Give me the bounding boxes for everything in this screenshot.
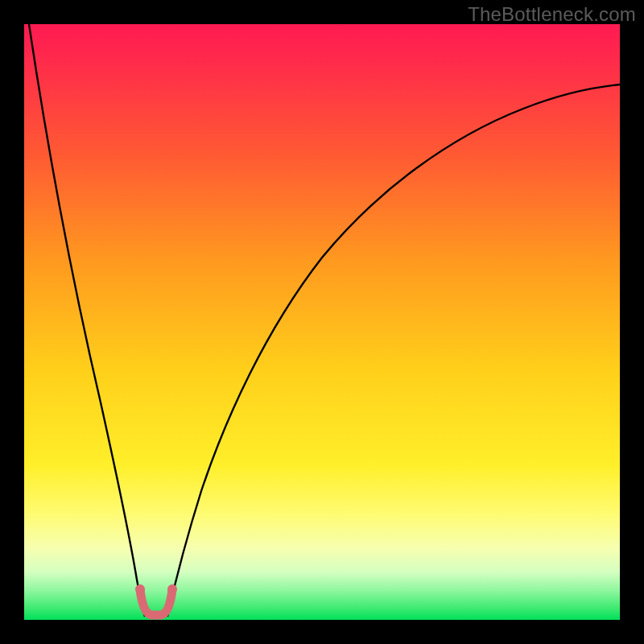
trough-marker-dot-right [167, 584, 177, 594]
trough-marker [140, 589, 172, 615]
trough-marker-dot-left [135, 584, 145, 594]
curve-right-branch [167, 85, 620, 617]
curve-left-branch [29, 24, 145, 617]
bottleneck-curve [24, 24, 620, 620]
watermark-text: TheBottleneck.com [468, 3, 636, 26]
plot-area [24, 24, 620, 620]
